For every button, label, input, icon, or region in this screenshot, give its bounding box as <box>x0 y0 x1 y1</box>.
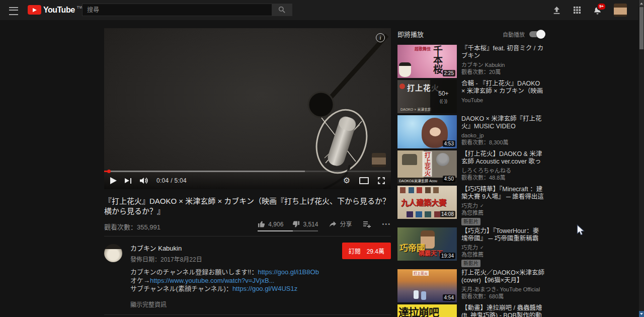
related-video-title[interactable]: 『千本桜』feat. 初音ミク / カブキン <box>461 45 544 60</box>
related-video-title[interactable]: 合輯 - 『打上花火』DAOKO × 米津玄師 × カブキン（映画『打ち上げ <box>461 80 544 95</box>
related-videos-list: 超歌舞伎 千本桜 2:25 『千本桜』feat. 初音ミク / カブキン カブキ… <box>397 45 544 317</box>
related-video[interactable]: 4:53 DAOKO × 米津玄師『打上花火』MUSIC VIDEO daoko… <box>397 115 544 148</box>
new-video-badge: 新影片 <box>461 218 480 225</box>
scrollbar-up-arrow[interactable] <box>639 0 644 7</box>
settings-button[interactable]: ⚙ <box>343 177 350 185</box>
video-meta: 【打上花火】DAOKO & 米津玄師 Acoustic ver.cover 歌っ… <box>461 150 544 184</box>
fullscreen-button[interactable] <box>378 177 385 184</box>
channel-watermark[interactable] <box>372 153 386 167</box>
video-thumbnail[interactable]: 打上花火 DAOKO&米津玄師 Acou 4:50 <box>397 150 457 184</box>
related-video[interactable]: 九人建築大賽 14:08 【巧巧精華】『Minecraft ：建築大賽 9人場』… <box>397 186 544 225</box>
related-video-views: 為您推薦 <box>461 209 544 216</box>
description-link[interactable]: https://www.youtube.com/watch?v=JVjxB... <box>150 277 274 284</box>
thumbnail-big-text: 九人建築大賽 <box>401 197 446 207</box>
video-meta: 【動畫】達拉崩吧 / 蟲蟲醬燴 (ft. 神鬼巧路) - BOB製作的動 阿神 … <box>461 304 544 317</box>
search-button[interactable] <box>272 4 292 16</box>
up-next-label: 即將播放 <box>397 29 424 39</box>
dislike-button[interactable]: 3,514 <box>292 220 318 228</box>
scrollbar-thumb[interactable] <box>639 7 643 49</box>
channel-name[interactable]: カブキン Kabukin <box>130 243 202 253</box>
playlist-add-icon <box>363 221 371 228</box>
description-link[interactable]: https://goo.gl/W4US1z <box>232 285 297 292</box>
top-actions: 9+ <box>552 0 627 20</box>
scrollbar-down-arrow[interactable] <box>639 311 644 317</box>
autoplay-toggle[interactable] <box>529 31 544 37</box>
related-video-channel: カブキン Kabukin <box>461 61 544 68</box>
youtube-logo[interactable]: YouTube TW <box>28 5 83 15</box>
channel-name-text: 巧克力 <box>461 202 478 209</box>
thumbnail-sub-text: 稱霸天下 <box>419 249 443 257</box>
more-actions-button[interactable]: ••• <box>382 221 391 231</box>
info-icon[interactable]: i <box>376 33 385 42</box>
related-video-views: 觀看次數：48.8萬 <box>461 174 544 181</box>
like-icon <box>258 220 265 228</box>
related-video[interactable]: 打上花火 4:54 打上花火／DAOKO×米津玄師 (cover)【96猫×天月… <box>397 269 544 302</box>
video-thumbnail[interactable]: 達拉崩吧 "神鬼巧路" 3:08 <box>397 304 457 317</box>
related-video[interactable]: 超歌舞伎 千本桜 2:25 『千本桜』feat. 初音ミク / カブキン カブキ… <box>397 45 544 78</box>
autoplay-label: 自動播放 <box>503 30 525 38</box>
video-thumbnail[interactable]: 4:53 <box>397 115 457 148</box>
related-video-views: 觀看次數：8,300萬 <box>461 139 544 146</box>
youtube-play-icon <box>28 5 41 15</box>
volume-button[interactable] <box>139 177 148 185</box>
video-thumbnail[interactable]: 九人建築大賽 14:08 <box>397 186 457 219</box>
related-video-title[interactable]: 【巧克力】『TowerHour：麥塊帝國』 ─ 巧帝國重新稱霸天下！ <box>461 227 544 243</box>
description-link[interactable]: https://goo.gl/i1B8Ob <box>258 268 318 276</box>
related-video-views: 為您推薦 <box>461 251 544 258</box>
dislike-icon <box>292 220 300 228</box>
main-column: i 0:04 / 5:04 ⚙ 『打上花火』DAOKO × 米津玄師 × カブキ… <box>104 28 391 317</box>
video-meta: 『千本桜』feat. 初音ミク / カブキン カブキン Kabukin 觀看次數… <box>461 45 544 78</box>
search-input[interactable] <box>82 4 272 16</box>
thumbnail-big-text: 打上花火 <box>423 151 432 177</box>
related-video-title[interactable]: 打上花火／DAOKO×米津玄師 (cover)【96猫×天月】 <box>461 269 544 284</box>
video-actions: 4,906 3,514 分享 ••• <box>258 219 391 231</box>
channel-name-text: しろくろちゃんねる <box>461 167 511 174</box>
related-video-title[interactable]: 【打上花火】DAOKO & 米津玄師 Acoustic ver.cover 歌っ… <box>461 150 544 166</box>
video-thumbnail[interactable]: 超歌舞伎 千本桜 2:25 <box>397 45 457 78</box>
subscribe-button[interactable]: 訂閱 29.4萬 <box>342 243 391 259</box>
related-video[interactable]: 達拉崩吧 "神鬼巧路" 3:08 【動畫】達拉崩吧 / 蟲蟲醬燴 (ft. 神鬼… <box>397 304 544 317</box>
video-player[interactable]: i 0:04 / 5:04 ⚙ <box>104 28 391 189</box>
search-bar <box>82 4 292 16</box>
video-meta: 【巧巧精華】『Minecraft ：建築大賽 9人場』 ─ 誰看得出這 巧克力 … <box>461 186 544 225</box>
related-video-title[interactable]: 【動畫】達拉崩吧 / 蟲蟲醬燴 (ft. 神鬼巧路) - BOB製作的動 <box>461 304 544 317</box>
related-video-views: 觀看次數：20萬 <box>461 68 544 75</box>
share-button[interactable]: 分享 <box>329 219 352 231</box>
add-to-playlist-button[interactable] <box>363 221 371 231</box>
thumbnail-top-text: 打上花火 <box>413 271 429 276</box>
theater-button[interactable] <box>359 177 369 184</box>
related-video-title[interactable]: 【巧巧精華】『Minecraft ：建築大賽 9人場』 ─ 誰看得出這 <box>461 186 544 201</box>
player-controls: 0:04 / 5:04 ⚙ <box>104 172 391 189</box>
new-video-badge: 新影片 <box>461 260 480 267</box>
video-thumbnail[interactable]: 巧帝國 稱霸天下 19:34 <box>397 227 457 261</box>
apps-button[interactable] <box>573 6 581 14</box>
gear-icon: ⚙ <box>343 177 350 185</box>
channel-name-text: YouTube <box>461 97 483 104</box>
play-button[interactable] <box>110 177 117 184</box>
divider <box>104 314 391 315</box>
related-video-title[interactable]: DAOKO × 米津玄師『打上花火』MUSIC VIDEO <box>461 115 544 130</box>
notifications-button[interactable]: 9+ <box>593 6 602 15</box>
like-button[interactable]: 4,906 <box>258 220 283 228</box>
channel-avatar[interactable] <box>104 244 122 262</box>
scrollbar[interactable] <box>638 0 644 317</box>
fullscreen-icon <box>378 177 385 184</box>
video-thumbnail[interactable]: 打上花火 DAOKO × 米津玄師 50+ ((·)) <box>397 80 457 113</box>
next-button[interactable] <box>125 178 131 184</box>
description-text: サブチャンネル(素顔チャンネル)： <box>130 285 232 292</box>
video-duration: 19:34 <box>440 253 455 259</box>
account-avatar[interactable] <box>614 4 627 17</box>
video-thumbnail[interactable]: 打上花火 4:54 <box>397 269 457 302</box>
mix-count: 50+ <box>438 90 448 97</box>
related-video[interactable]: 打上花火 DAOKO&米津玄師 Acou 4:50 【打上花火】DAOKO & … <box>397 150 544 184</box>
menu-icon[interactable] <box>9 7 18 15</box>
show-more-link[interactable]: 顯示完整資訊 <box>130 300 391 308</box>
related-video[interactable]: 巧帝國 稱霸天下 19:34 【巧克力】『TowerHour：麥塊帝國』 ─ 巧… <box>397 227 544 267</box>
video-title: 『打上花火』DAOKO × 米津玄師 × カブキン（映画『打ち上げ花火、下から見… <box>104 196 391 216</box>
related-video[interactable]: 打上花火 DAOKO × 米津玄師 50+ ((·)) 合輯 - 『打上花火』D… <box>397 80 544 113</box>
upload-button[interactable] <box>552 6 561 15</box>
video-meta: 打上花火／DAOKO×米津玄師 (cover)【96猫×天月】 天月-あまつき-… <box>461 269 544 302</box>
theater-icon <box>359 177 369 184</box>
play-icon <box>110 177 117 184</box>
share-icon <box>329 220 337 227</box>
